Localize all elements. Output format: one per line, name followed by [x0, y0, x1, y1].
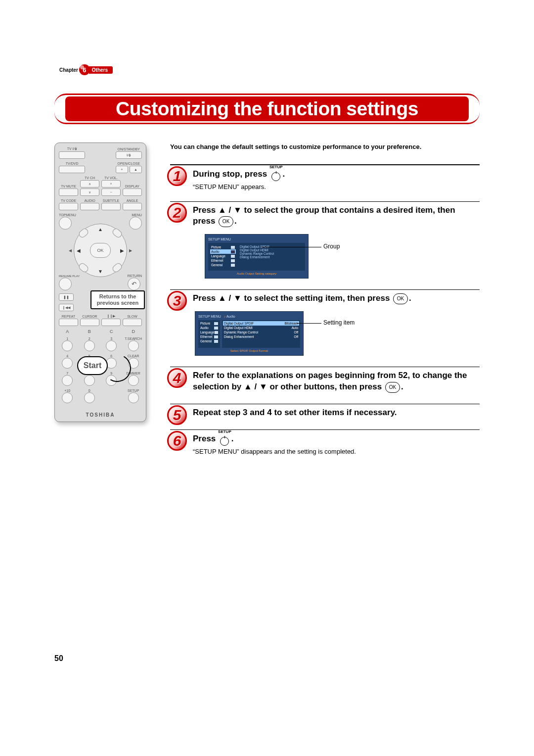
remote-4-button[interactable]: [62, 358, 73, 369]
step-1: 1 During stop, press SETUP . “SETUP MENU…: [170, 168, 480, 190]
remote-ch-down-button[interactable]: ∨: [80, 189, 99, 196]
remote-plus-button[interactable]: +: [116, 166, 128, 173]
setup-menu-screenshot-1: SETUP MENU Picture Audio Language Ethern…: [205, 234, 309, 279]
step-badge-2: 2: [167, 203, 187, 223]
step-3: 3 Press ▲ / ▼ to select the setting item…: [170, 293, 480, 356]
step-badge-4: 4: [167, 368, 187, 388]
setting-item-callout: Setting item: [323, 319, 355, 326]
remote-vol-down-button[interactable]: −: [101, 189, 121, 196]
remote-c-label: C: [103, 329, 120, 334]
up-arrow-icon[interactable]: ▲: [98, 227, 103, 232]
down-arrow-icon[interactable]: ▼: [98, 269, 103, 274]
remote-ok-button[interactable]: OK: [90, 243, 111, 258]
remote-subtitle-button[interactable]: [101, 203, 121, 210]
step-6-body: “SETUP MENU” disappears and the setting …: [193, 448, 480, 455]
step-badge-1: 1: [167, 166, 187, 186]
left-arrow-icon[interactable]: ◀: [77, 248, 81, 253]
remote-0-button[interactable]: [84, 392, 95, 403]
remote-menu-button[interactable]: [129, 217, 142, 230]
remote-ch-up-button[interactable]: ∧: [80, 180, 99, 188]
step-6: 6 Press SETUP . “SETUP MENU” disappears …: [170, 433, 480, 455]
remote-slow-button[interactable]: [123, 319, 142, 326]
remote-8-button[interactable]: [84, 375, 95, 386]
remote-dimmer-button[interactable]: [128, 375, 139, 386]
remote-setup-button[interactable]: [128, 392, 139, 403]
remote-control-illustration: TV I/ϕ ON/STANDBY I/ϕ TV/DVD: [54, 142, 146, 422]
remote-openclose-label: OPEN/CLOSE: [118, 162, 140, 165]
brand-logo: TOSHIBA: [59, 412, 142, 418]
returns-callout: Returns to the previous screen: [90, 290, 145, 309]
remote-d-label: D: [125, 329, 142, 334]
step-badge-6: 6: [167, 431, 187, 451]
remote-display-button[interactable]: [123, 189, 142, 196]
remote-1-button[interactable]: [62, 340, 73, 351]
remote-pause-button[interactable]: ❚❚: [59, 293, 74, 301]
setup-menu-screenshot-2: SETUP MENU ♪ Audio Picture Audio Languag…: [195, 311, 304, 356]
chapter-number-badge: 6: [79, 64, 90, 75]
ok-button-icon: OK: [219, 216, 233, 227]
step-4: 4 Refer to the explanations on pages beg…: [170, 370, 480, 393]
remote-topmenu-button[interactable]: [59, 217, 72, 230]
step-1-body: “SETUP MENU” appears.: [193, 183, 480, 190]
remote-tv-power-label: TV I/ϕ: [67, 147, 77, 151]
remote-tv-power-button[interactable]: [59, 151, 85, 159]
remote-audio-button[interactable]: [80, 203, 99, 210]
remote-7-button[interactable]: [62, 375, 73, 386]
page-number: 50: [54, 654, 480, 663]
remote-repeat-button[interactable]: [59, 319, 78, 326]
step-badge-3: 3: [167, 291, 187, 311]
remote-resume-play-button[interactable]: [59, 278, 72, 290]
remote-prev-track-button[interactable]: ❙◀◀: [59, 304, 74, 311]
step-5: 5 Repeat step 3 and 4 to set other items…: [170, 407, 480, 419]
remote-dpad: ▲ ▼ ◀ ◀ ▶ ▶ OK: [71, 221, 130, 280]
intro-text: You can change the default settings to c…: [170, 142, 480, 151]
remote-tvdvd-label: TV/DVD: [66, 162, 79, 165]
remote-2-button[interactable]: [84, 340, 95, 351]
page-title-banner: Customizing the function settings: [54, 89, 480, 129]
remote-3-button[interactable]: [106, 340, 117, 351]
remote-plus10-button[interactable]: [62, 392, 73, 403]
remote-tsearch-button[interactable]: [128, 340, 139, 351]
chapter-tab: Chapter 6 Others: [59, 64, 480, 75]
ok-button-icon: OK: [385, 382, 400, 393]
divider: [170, 164, 480, 165]
step-badge-5: 5: [167, 405, 187, 425]
right-arrow-icon[interactable]: ▶: [120, 248, 124, 253]
group-callout: Group: [323, 243, 340, 250]
remote-a-label: A: [59, 329, 76, 334]
start-callout: Start: [77, 356, 108, 375]
chapter-label: Chapter: [59, 67, 78, 73]
setup-button-icon: SETUP: [269, 168, 283, 181]
ok-button-icon: OK: [393, 293, 408, 304]
remote-cursor-button[interactable]: [80, 319, 99, 326]
remote-vol-up-button[interactable]: +: [101, 180, 121, 188]
remote-angle-button[interactable]: [123, 203, 142, 210]
page-title: Customizing the function settings: [54, 98, 480, 120]
remote-standby-button[interactable]: I/ϕ: [116, 151, 142, 159]
remote-b-label: B: [81, 329, 98, 334]
remote-eject-button[interactable]: ▲: [130, 166, 142, 173]
chapter-category: Others: [89, 66, 113, 74]
remote-tvcode-button[interactable]: [59, 203, 78, 210]
remote-tvmute-button[interactable]: [59, 189, 78, 196]
step-2: 2 Press ▲ / ▼ to select the group that c…: [170, 205, 480, 279]
setup-button-icon: SETUP: [218, 433, 231, 446]
remote-step-button[interactable]: [101, 319, 121, 326]
remote-standby-label: ON/STANDBY: [118, 147, 140, 151]
remote-tvdvd-button[interactable]: [59, 166, 85, 173]
